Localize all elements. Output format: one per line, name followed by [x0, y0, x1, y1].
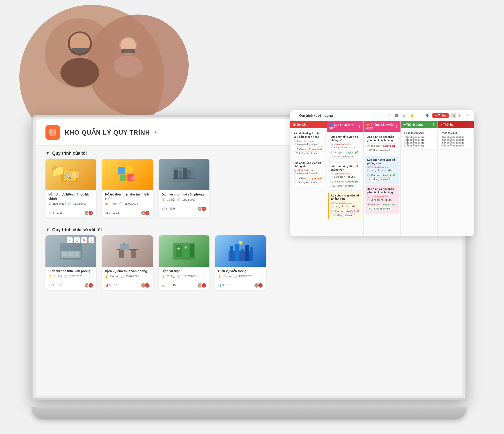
- kho-logo: ⋮⋮: [45, 125, 60, 140]
- col-menu[interactable]: ⋮: [358, 125, 361, 128]
- card-meta: 💡 Cơ hội 🕐 15/02/2023: [105, 275, 150, 278]
- kanban-card[interactable]: Lựa chọn ứng viên để phỏng vấn 📎 Tài liệ…: [328, 133, 362, 161]
- edit-button[interactable]: ✏: [67, 237, 72, 243]
- list-item: Sản phẩm ko phù hợp: [441, 144, 471, 147]
- list-view-btn[interactable]: ☰: [457, 113, 462, 118]
- card-image: [102, 235, 153, 267]
- process-card[interactable]: ✏ 📋 ✕ ⋮ 🔍: [45, 159, 96, 217]
- col-menu[interactable]: ⋮: [321, 123, 324, 126]
- kanban-card[interactable]: Xác định và ghi nhận yêu cầu khách hàng …: [365, 133, 399, 155]
- plus-icon: +: [435, 114, 437, 117]
- svg-rect-34: [131, 250, 136, 258]
- stages-count: 📊 3: [218, 284, 224, 287]
- process-card[interactable]: Dịch vụ cho thuê văn phòng 💡 Cơ hội 🕐 15…: [159, 159, 209, 217]
- list-item: Sản phẩm phù hợp: [404, 141, 434, 144]
- kanban-card[interactable]: Lý do thành công Sản phẩm phù hợp Sản ph…: [402, 130, 436, 149]
- card-meta: 💡 Cơ hội 🕐 15/02/2023: [162, 198, 207, 201]
- dept-row: CS Phòng kinh doanh: [294, 151, 323, 155]
- svg-rect-45: [234, 244, 239, 261]
- copy-button[interactable]: 📋: [74, 237, 80, 243]
- col-menu[interactable]: ⋮: [432, 123, 435, 126]
- svg-point-20: [131, 176, 136, 180]
- user-icon[interactable]: 👤: [425, 113, 430, 118]
- dept-row: CS Phòng kinh doanh: [331, 213, 360, 217]
- time-row: 🕐 Thời gian: 0 ngày 2 giờ: [367, 174, 397, 177]
- time-value: 0 ngày 2 giờ: [308, 148, 323, 151]
- process-card[interactable]: Hỗ trợ thực hiện thủ tục hành chính 🎫 Ti…: [102, 159, 153, 217]
- process-card[interactable]: Dịch vụ cho thuê văn phòng 💡 Cơ hội 🕐 15…: [102, 235, 153, 290]
- kanban-card[interactable]: Xác định và ghi nhận yêu cầu khách hàng …: [292, 130, 325, 158]
- col-body-lua-chon: Lựa chọn ứng viên để phỏng vấn 📎 Tài liệ…: [327, 132, 363, 236]
- col-header-thanh-cong: ✉ Thành công ⋮: [401, 121, 437, 128]
- card-type: Ticket: [110, 202, 117, 205]
- column-that-bai: ✉ Thất bại ⋮ Lý do thất bại Sản phẩm ko …: [438, 121, 474, 236]
- date-icon: 🕐: [234, 275, 237, 278]
- more-button[interactable]: ⋮: [89, 237, 94, 243]
- time-row: 🕐 Thời gian: 6 ngày 0 giờ: [367, 145, 397, 148]
- svg-text:⋮⋮: ⋮⋮: [48, 130, 57, 135]
- svg-point-2: [61, 58, 99, 87]
- svg-point-1: [68, 31, 92, 56]
- kanban-card[interactable]: Xác định và ghi nhận yêu cầu khách hàng …: [365, 185, 399, 213]
- card-type: Cơ hội: [224, 275, 232, 278]
- kanban-card[interactable]: Lựa chọn ứng viên để phỏng vấn 📎 Tài liệ…: [292, 159, 325, 187]
- card-body: Dịch vụ cho thuê văn phòng 💡 Cơ hội 🕐 15…: [45, 267, 96, 281]
- card-body: Hỗ trợ thực hiện thủ tục hành chính ⚙ Ti…: [45, 190, 96, 209]
- svg-rect-38: [176, 245, 182, 257]
- col-body-thanh-cong: Lý do thành công Sản phẩm phù hợp Sản ph…: [401, 128, 437, 236]
- svg-rect-33: [119, 250, 124, 258]
- laptop-stand: [31, 408, 467, 419]
- process-card[interactable]: ✏ 📋 ✕ ⋮: [45, 235, 96, 290]
- card-avatars: A +3: [84, 210, 93, 216]
- column-thanh-cong: ✉ Thành công ⋮ Lý do thành công Sản phẩm…: [401, 121, 438, 236]
- view-toggle: ⊞ ☰: [451, 113, 462, 118]
- kanban-card[interactable]: Lựa chọn ứng viên để phỏng vấn 📎 Tài liệ…: [365, 156, 399, 184]
- card-title: Hỗ trợ thực hiện thủ tục hành chính: [48, 193, 93, 201]
- kanban-card[interactable]: Lựa chọn ứng viên để phỏng vấn 📎 Tài liệ…: [328, 192, 362, 220]
- card-stats: 📊 3 ☰ 15: [48, 211, 63, 214]
- board-columns: 📋 Sơ vấn ⋮ Xác định và ghi nhận yêu cầu …: [290, 121, 474, 236]
- kanban-card-title: Lựa chọn ứng viên để phỏng vấn: [330, 135, 360, 142]
- image-icon[interactable]: 🖼: [394, 113, 399, 118]
- col-label: 👥 Lựa chọn ứng viên: [329, 123, 358, 130]
- tag: 📎 Tài liệu/biểu mẫu: [367, 195, 388, 198]
- stages-count: 📊 3: [162, 207, 167, 210]
- column-so-van: 📋 Sơ vấn ⋮ Xác định và ghi nhận yêu cầu …: [290, 121, 327, 236]
- add-button[interactable]: + Thêm: [432, 113, 449, 118]
- bell-icon[interactable]: 🔔: [409, 113, 414, 118]
- more-icon[interactable]: ⋮: [465, 113, 470, 118]
- kanban-card[interactable]: Lựa chọn ứng viên để phỏng vấn 📎 Tài liệ…: [328, 163, 362, 191]
- col-menu[interactable]: ⋮: [395, 125, 398, 128]
- tag: 📎 Tài liệu/biểu mẫu: [330, 173, 351, 175]
- process-card[interactable]: Dịch vụ điện 💡 Cơ hội 🕐 15/02/2023 📊 3: [159, 235, 209, 290]
- delete-button[interactable]: ✕: [81, 237, 87, 243]
- kanban-card[interactable]: Lý do thất bại Sản phẩm ko phù hợp Sản p…: [439, 130, 473, 149]
- kanban-row: 📄 Bảng câu hỏi sơ vấn: [367, 169, 397, 172]
- svg-rect-8: [121, 49, 135, 53]
- tasks-count: ☰ 15: [170, 207, 176, 210]
- list-item: Sản phẩm phù hợp: [404, 136, 434, 139]
- dept-badge: CS Phòng kinh doanh: [330, 184, 356, 188]
- library-illustration: [172, 165, 196, 184]
- col-menu[interactable]: ⋮: [469, 123, 472, 126]
- kanban-row: 📎 Tài liệu/biểu mẫu: [294, 169, 323, 172]
- stages-count: 📊 3: [48, 284, 54, 287]
- kanban-view-btn[interactable]: ⊞: [451, 113, 456, 118]
- grid-icon[interactable]: ⊞: [401, 113, 407, 118]
- card-actions: ✏ 📋 ✕ ⋮: [67, 237, 94, 243]
- card-image: 🔍: [45, 159, 96, 190]
- apps-icon[interactable]: ⋮⋮: [417, 113, 422, 118]
- col-label: 📋 Sơ vấn: [293, 123, 307, 126]
- time-label: Thời gian:: [371, 174, 381, 176]
- date-icon: 🕐: [64, 275, 67, 278]
- kanban-card-title: Lựa chọn ứng viên để phỏng vấn: [294, 161, 323, 168]
- chevron-icon: ▼: [45, 151, 50, 156]
- back-button[interactable]: ←: [294, 114, 297, 117]
- doc-icon[interactable]: 📄: [386, 113, 391, 118]
- time-row: 🕐 Thời gian: 0 ngày 2 giờ: [330, 180, 360, 183]
- process-card[interactable]: Dịch vụ viễn thông 💡 Cơ hội 🕐 15/02/2023…: [215, 235, 266, 290]
- card-type: Cơ hội: [110, 275, 118, 278]
- card-footer: 📊 3 ☰ 15 B +3: [102, 209, 153, 217]
- doc-name: Bảng câu hỏi sơ vấn: [371, 169, 392, 172]
- my-processes-label: Quy trình của tôi: [52, 151, 87, 156]
